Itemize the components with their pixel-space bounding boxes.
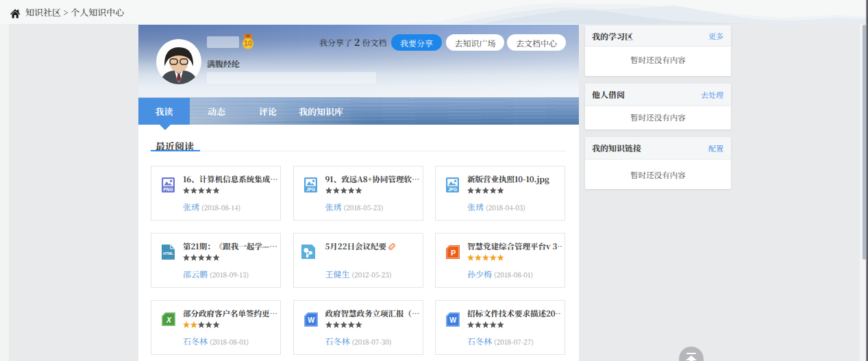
svg-text:PNG: PNG xyxy=(163,187,173,192)
svg-text:10: 10 xyxy=(244,39,252,47)
svg-text:JPG: JPG xyxy=(448,187,457,192)
svg-text:X: X xyxy=(166,316,172,324)
svg-text:W: W xyxy=(449,316,456,324)
svg-text:HTML: HTML xyxy=(163,251,174,256)
svg-text:P: P xyxy=(451,249,456,257)
svg-text:JPG: JPG xyxy=(306,187,314,192)
svg-text:W: W xyxy=(308,316,314,324)
